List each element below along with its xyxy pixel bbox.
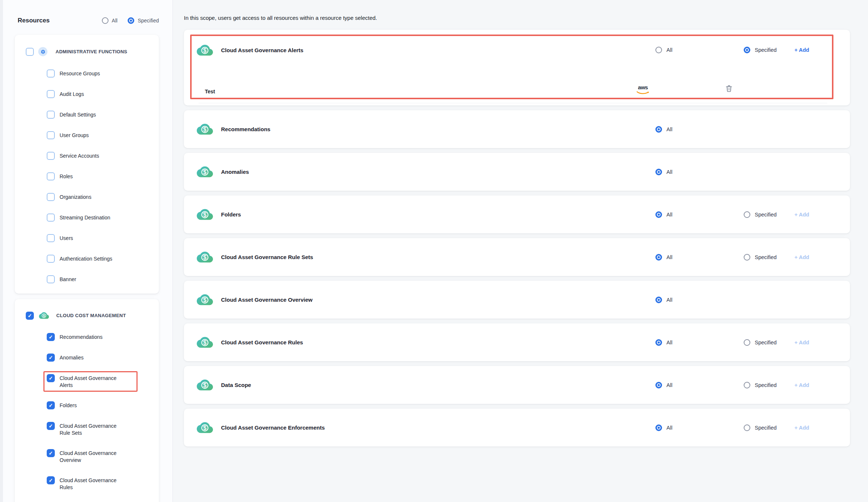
group-card-cloud-cost-management: CLOUD COST MANAGEMENT Recommendations An… [15, 299, 159, 502]
radio-unselected-icon [744, 382, 750, 388]
all-radio[interactable]: All [655, 424, 672, 431]
group-checkbox-cloud-cost-management[interactable] [26, 312, 34, 320]
radio-unselected-icon [744, 339, 750, 346]
sidebar-item-roles: Roles [47, 172, 159, 180]
all-radio[interactable]: All [655, 297, 672, 303]
radio-unselected-icon [744, 424, 750, 431]
specified-radio[interactable]: Specified [744, 254, 777, 261]
sidebar-item-default-settings: Default Settings [47, 111, 159, 119]
group-card-administrative-functions: ADMINISTRATIVE FUNCTIONS Resource Groups… [15, 35, 159, 294]
sidebar-item-users: Users [47, 234, 159, 242]
sidebar-item-audit-logs: Audit Logs [47, 90, 159, 98]
sidebar-item-cloud-asset-governance-alerts: Cloud Asset Governance Alerts [47, 374, 159, 389]
resource-row: Cloud Asset Governance Alerts All Specif… [184, 30, 850, 70]
cloud-dollar-icon [197, 378, 213, 392]
resource-row: Cloud Asset Governance Rule Sets All Spe… [184, 238, 850, 276]
group-items-administrative: Resource Groups Audit Logs Default Setti… [15, 56, 159, 283]
checkbox[interactable] [47, 69, 55, 78]
cloud-dollar-icon [197, 250, 213, 264]
specified-radio[interactable]: Specified [744, 424, 777, 431]
checkbox[interactable] [47, 214, 55, 222]
gear-icon [38, 47, 47, 56]
checkbox[interactable] [47, 172, 55, 180]
specified-radio[interactable]: Specified [744, 211, 777, 218]
add-button[interactable]: + Add [794, 47, 809, 53]
add-button[interactable]: + Add [794, 254, 809, 260]
resource-row: Recommendations All [184, 110, 850, 148]
checkbox[interactable] [47, 354, 55, 362]
specified-resource-row: Test aws [199, 80, 827, 103]
sidebar-item-service-accounts: Service Accounts [47, 152, 159, 160]
checkbox[interactable] [47, 333, 55, 341]
checkbox[interactable] [47, 131, 55, 139]
checkbox[interactable] [47, 401, 55, 409]
resource-card-data-scope: Data Scope All Specified + Add [184, 366, 850, 404]
add-button[interactable]: + Add [794, 382, 809, 388]
radio-selected-icon [655, 169, 662, 175]
add-button[interactable]: + Add [794, 212, 809, 218]
resources-scope-all-radio[interactable]: All [102, 17, 118, 24]
resource-row: Cloud Asset Governance Enforcements All … [184, 409, 850, 447]
specified-radio[interactable]: Specified [744, 47, 777, 53]
role-resources-page: Resources All Specified ADMINISTRATIVE [0, 0, 868, 502]
add-button[interactable]: + Add [794, 340, 809, 345]
radio-selected-icon [655, 211, 662, 218]
resources-scope-radios: All Specified [102, 17, 159, 24]
radio-unselected-icon [744, 254, 750, 261]
resources-header: Resources All Specified [15, 17, 159, 24]
all-radio[interactable]: All [655, 169, 672, 175]
add-button[interactable]: + Add [794, 425, 809, 431]
all-radio[interactable]: All [655, 339, 672, 346]
cloud-dollar-icon [197, 421, 213, 434]
checkbox[interactable] [47, 111, 55, 119]
delete-resource-button[interactable] [725, 84, 733, 94]
resource-card-folders: Folders All Specified + Add [184, 196, 850, 233]
checkbox[interactable] [47, 476, 55, 484]
resource-row: Anomalies All [184, 153, 850, 191]
resource-card-cloud-asset-governance-rule-sets: Cloud Asset Governance Rule Sets All Spe… [184, 238, 850, 276]
radio-selected-icon [655, 297, 662, 303]
resource-card-cloud-asset-governance-rules: Cloud Asset Governance Rules All Specifi… [184, 323, 850, 361]
checkbox[interactable] [47, 255, 55, 263]
all-radio[interactable]: All [655, 47, 672, 53]
checkbox[interactable] [47, 422, 55, 430]
resource-card-recommendations: Recommendations All [184, 110, 850, 148]
sidebar-item-resource-groups: Resource Groups [47, 69, 159, 78]
all-radio[interactable]: All [655, 126, 672, 133]
sidebar-item-user-groups: User Groups [47, 131, 159, 139]
group-items-cloud-cost: Recommendations Anomalies Cloud Asset Go… [15, 320, 159, 491]
checkbox[interactable] [47, 193, 55, 201]
resource-card-cloud-asset-governance-alerts: Cloud Asset Governance Alerts All Specif… [184, 30, 850, 105]
sidebar-item-cloud-asset-governance-rule-sets: Cloud Asset Governance Rule Sets [47, 422, 159, 437]
resource-card-cloud-asset-governance-enforcements: Cloud Asset Governance Enforcements All … [184, 409, 850, 447]
resource-card-cloud-asset-governance-overview: Cloud Asset Governance Overview All [184, 281, 850, 319]
resource-name: Test [199, 89, 215, 94]
checkbox[interactable] [47, 449, 55, 457]
checkbox[interactable] [47, 275, 55, 283]
checkbox[interactable] [47, 234, 55, 242]
sidebar-item-authentication-settings: Authentication Settings [47, 255, 159, 263]
checkbox[interactable] [47, 152, 55, 160]
all-radio[interactable]: All [655, 211, 672, 218]
checkbox[interactable] [47, 374, 55, 382]
resource-row: Cloud Asset Governance Overview All [184, 281, 850, 319]
specified-radio[interactable]: Specified [744, 382, 777, 388]
group-checkbox-administrative-functions[interactable] [26, 48, 34, 56]
radio-selected-icon [128, 17, 134, 24]
page-title: Resources [18, 17, 50, 24]
group-header-administrative-functions: ADMINISTRATIVE FUNCTIONS [15, 35, 159, 56]
resource-row: Cloud Asset Governance Rules All Specifi… [184, 323, 850, 361]
cloud-dollar-icon [197, 122, 213, 136]
specified-radio[interactable]: Specified [744, 339, 777, 346]
checkbox[interactable] [47, 90, 55, 98]
cloud-dollar-icon [39, 311, 49, 320]
radio-unselected-icon [102, 17, 108, 24]
resource-cards: Cloud Asset Governance Alerts All Specif… [184, 30, 850, 447]
all-radio[interactable]: All [655, 254, 672, 261]
radio-unselected-icon [744, 211, 750, 218]
sidebar-item-recommendations: Recommendations [47, 333, 159, 341]
all-radio[interactable]: All [655, 382, 672, 388]
resources-scope-specified-radio[interactable]: Specified [128, 17, 159, 24]
radio-selected-icon [744, 47, 750, 53]
cloud-dollar-icon [197, 43, 213, 57]
